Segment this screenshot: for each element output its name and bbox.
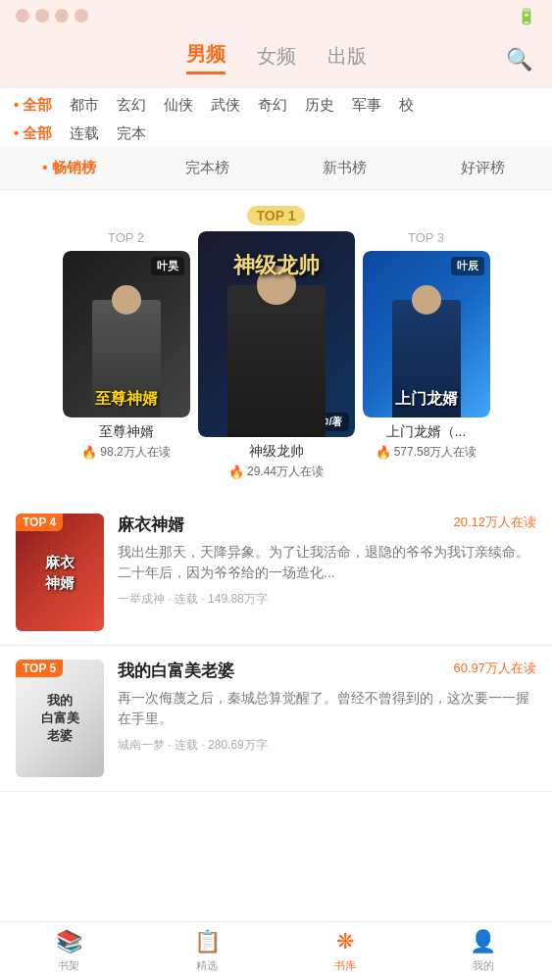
list-section: 麻衣 神婿 TOP 4 麻衣神婿 20.12万人在读 我出生那天，天降异象。为了… (0, 500, 552, 792)
rank1-label: TOP 1 (247, 206, 306, 225)
status-dot-3 (55, 9, 69, 23)
rank2-cover-wrap: 叶昊 至尊神婿 (63, 251, 190, 417)
featured-icon: 📋 (194, 929, 221, 955)
nav-library[interactable]: ❋ 书库 (276, 922, 415, 980)
tab-goodreview[interactable]: 好评榜 (414, 147, 552, 189)
status-dot-1 (16, 9, 29, 23)
status-dot-2 (35, 9, 49, 23)
list-desc-4: 我出生那天，天降异象。为了让我活命，退隐的爷爷为我订亲续命。二十年后，因为爷爷给… (118, 542, 536, 583)
mine-label: 我的 (473, 958, 494, 973)
list-status-5: 连载 (175, 738, 198, 752)
library-icon: ❋ (336, 929, 354, 955)
list-title-row-5: 我的白富美老婆 60.97万人在读 (118, 660, 536, 682)
list-readers-4: 20.12万人在读 (453, 514, 536, 531)
filter-row-genre: 全部 都市 玄幻 仙侠 武侠 奇幻 历史 军事 校 (0, 88, 552, 122)
bottom-nav: 📚 书架 📋 精选 ❋ 书库 👤 我的 (0, 921, 552, 980)
list-info-4: 麻衣神婿 20.12万人在读 我出生那天，天降异象。为了让我活命，退隐的爷爷为我… (118, 514, 536, 631)
rank1-cover-wrap: 至尊龙帅/著 神级龙帅 (198, 231, 355, 437)
list-cover-5: 我的 白富美 老婆 (16, 660, 104, 777)
tab-publish[interactable]: 出版 (327, 43, 367, 74)
rank-badge-4: TOP 4 (16, 514, 63, 531)
list-cover-wrap-4: 麻衣 神婿 TOP 4 (16, 514, 104, 631)
bottom-spacer (0, 792, 552, 860)
list-title-4: 麻衣神婿 (118, 514, 184, 536)
bookshelf-label: 书架 (58, 958, 79, 973)
list-cover-4: 麻衣 神婿 (16, 514, 104, 631)
status-dot-4 (75, 9, 88, 23)
podium-rank2[interactable]: TOP 2 叶昊 至尊神婿 至尊神婿 🔥 98.2万人在读 (63, 230, 190, 461)
filter-all[interactable]: 全部 (14, 96, 52, 115)
tab-newbook[interactable]: 新书榜 (276, 147, 415, 189)
ranking-tabs: 畅销榜 完本榜 新书榜 好评榜 (0, 147, 552, 190)
list-item-4[interactable]: 麻衣 神婿 TOP 4 麻衣神婿 20.12万人在读 我出生那天，天降异象。为了… (0, 500, 552, 646)
filter-junshi[interactable]: 军事 (352, 96, 381, 115)
list-title-row-4: 麻衣神婿 20.12万人在读 (118, 514, 536, 536)
tab-male[interactable]: 男频 (186, 41, 226, 74)
filter-xuanhuan[interactable]: 玄幻 (117, 96, 146, 115)
rank2-cover: 叶昊 至尊神婿 (63, 251, 190, 417)
bookshelf-icon: 📚 (56, 929, 82, 955)
rank3-cover: 叶辰 上门龙婿 (363, 251, 490, 417)
list-meta-5: 城南一梦 · 连载 · 280.69万字 (118, 737, 536, 754)
rank3-readers: 🔥 577.58万人在读 (376, 444, 477, 461)
filter-status-all[interactable]: 全部 (14, 124, 52, 143)
status-dots (16, 9, 88, 23)
rank2-author: 叶昊 (151, 257, 184, 275)
filter-lishi[interactable]: 历史 (305, 96, 334, 115)
battery-icon: 🔋 (517, 7, 536, 25)
filter-qihuan[interactable]: 奇幻 (258, 96, 287, 115)
filter-dushi[interactable]: 都市 (70, 96, 99, 115)
list-author-4: 一举成神 (118, 592, 165, 606)
filter-serializing[interactable]: 连载 (70, 124, 99, 143)
list-cover-4-text: 麻衣 神婿 (45, 552, 75, 593)
list-wordcount-4: 149.88万字 (208, 592, 268, 606)
nav-mine[interactable]: 👤 我的 (414, 922, 552, 980)
library-label: 书库 (334, 958, 356, 973)
podium-rank1[interactable]: TOP 1 至尊龙帅/著 神级龙帅 神级龙帅 🔥 29.44万人在读 (198, 206, 355, 480)
list-desc-5: 再一次侮蔑之后，秦城总算觉醒了。曾经不曾得到的，这次要一一握在手里。 (118, 688, 536, 729)
list-title-5: 我的白富美老婆 (118, 660, 234, 682)
filter-complete[interactable]: 完本 (117, 124, 146, 143)
mine-icon: 👤 (470, 929, 496, 955)
rank1-title-overlay: 神级龙帅 (198, 251, 355, 280)
list-author-5: 城南一梦 (118, 738, 165, 752)
rank3-author: 叶辰 (451, 257, 484, 275)
list-readers-5: 60.97万人在读 (453, 660, 536, 677)
filter-wuxia[interactable]: 武侠 (211, 96, 240, 115)
rank3-cover-wrap: 叶辰 上门龙婿 (363, 251, 490, 417)
tab-female[interactable]: 女频 (257, 43, 296, 74)
list-info-5: 我的白富美老婆 60.97万人在读 再一次侮蔑之后，秦城总算觉醒了。曾经不曾得到… (118, 660, 536, 777)
nav-featured[interactable]: 📋 精选 (138, 922, 276, 980)
filter-xianxia[interactable]: 仙侠 (164, 96, 193, 115)
featured-label: 精选 (196, 958, 218, 973)
rank-badge-5: TOP 5 (16, 660, 63, 677)
list-sep-5a: · (168, 738, 175, 752)
status-right: 🔋 (517, 7, 536, 25)
podium-section: TOP 2 叶昊 至尊神婿 至尊神婿 🔥 98.2万人在读 TOP 1 至 (0, 190, 552, 500)
list-cover-5-text: 我的 白富美 老婆 (41, 692, 79, 746)
status-bar: 🔋 (0, 0, 552, 31)
rank3-title: 上门龙婿（... (386, 423, 467, 441)
list-sep-4a: · (168, 592, 175, 606)
podium-rank3[interactable]: TOP 3 叶辰 上门龙婿 上门龙婿（... 🔥 577.58万人在读 (363, 230, 490, 461)
rank3-flame: 🔥 (376, 445, 391, 460)
list-status-4: 连载 (175, 592, 198, 606)
tab-complete[interactable]: 完本榜 (138, 147, 276, 189)
rank1-title: 神级龙帅 (249, 443, 304, 461)
rank3-label: TOP 3 (408, 230, 444, 245)
rank2-flame: 🔥 (81, 445, 97, 460)
list-cover-wrap-5: 我的 白富美 老婆 TOP 5 (16, 660, 104, 777)
nav-bookshelf[interactable]: 📚 书架 (0, 922, 138, 980)
list-item-5[interactable]: 我的 白富美 老婆 TOP 5 我的白富美老婆 60.97万人在读 再一次侮蔑之… (0, 646, 552, 792)
rank2-label: TOP 2 (108, 230, 144, 245)
search-button[interactable]: 🔍 (506, 47, 532, 73)
rank1-figure (198, 285, 355, 437)
tab-bestseller[interactable]: 畅销榜 (0, 147, 138, 189)
rank1-readers: 🔥 29.44万人在读 (228, 464, 324, 480)
list-wordcount-5: 280.69万字 (208, 738, 268, 752)
filter-row-status: 全部 连载 完本 (0, 122, 552, 145)
top-nav: 男频 女频 出版 🔍 (0, 31, 552, 88)
filter-xiao[interactable]: 校 (399, 96, 414, 115)
nav-tabs: 男频 女频 出版 (186, 41, 367, 74)
rank1-cover: 至尊龙帅/著 神级龙帅 (198, 231, 355, 437)
